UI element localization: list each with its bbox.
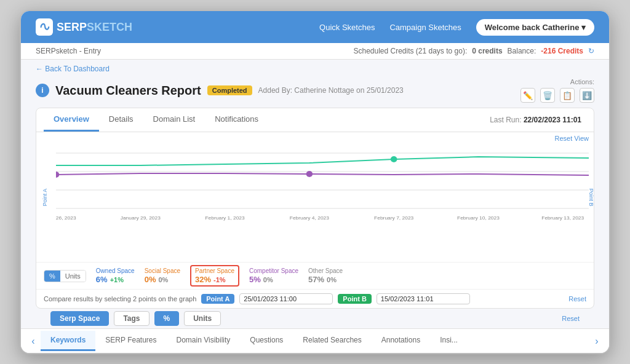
last-run: Last Run: 22/02/2023 11:01 — [490, 116, 586, 124]
credits-value: 0 credits — [472, 47, 502, 55]
legend-owned-space: Owned Space 6% +1% — [96, 267, 135, 284]
bottom-toolbar: Serp Space Tags % Units Reset — [36, 309, 594, 328]
chart-card: Overview Details Domain List Notificatio… — [36, 108, 594, 309]
owned-space-label: Owned Space — [96, 267, 135, 274]
quick-sketches-link[interactable]: Quick Sketches — [319, 23, 375, 32]
point-a-date-input[interactable] — [239, 293, 333, 304]
refresh-icon[interactable]: ↻ — [588, 47, 594, 55]
tab-details[interactable]: Details — [99, 108, 143, 132]
main-header: SERPSKETCH Quick Sketches Campaign Sketc… — [21, 11, 609, 43]
svg-text:February 4, 2023: February 4, 2023 — [290, 215, 330, 221]
competitor-space-value: 5% 0% — [249, 275, 298, 284]
legend-other-space: Other Space 57% 0% — [308, 267, 343, 284]
tab-annotations[interactable]: Annotations — [372, 331, 430, 351]
svg-text:February 7, 2023: February 7, 2023 — [374, 215, 414, 221]
balance-value: -216 Credits — [541, 47, 583, 55]
units-btn[interactable]: Units — [184, 311, 221, 326]
svg-point-8 — [391, 156, 397, 162]
chart-legend: % Units Owned Space 6% +1% Social Space — [36, 262, 594, 289]
tab-notifications[interactable]: Notifications — [205, 108, 268, 132]
added-by: Added By: Catherine Nottage on 25/01/202… — [258, 86, 404, 95]
report-title-row: i Vacuum Cleaners Report Completed Added… — [36, 84, 404, 98]
reset-view-link[interactable]: Reset View — [555, 135, 589, 142]
tab-domain-visibility[interactable]: Domain Visibility — [167, 331, 241, 351]
point-b-label: Point B — [588, 188, 594, 206]
compare-row: Compare results by selecting 2 points on… — [36, 289, 594, 308]
units-toggle-btn[interactable]: Units — [60, 271, 86, 282]
compare-reset-link[interactable]: Reset — [568, 295, 586, 303]
welcome-button[interactable]: Welcome back Catherine ▾ — [476, 19, 594, 36]
percent-toggle-btn[interactable]: % — [44, 271, 60, 282]
serp-space-btn[interactable]: Serp Space — [50, 311, 109, 326]
delete-icon[interactable]: 🗑️ — [540, 88, 555, 103]
actions-area: Actions: ✏️ 🗑️ 📋 ⬇️ — [520, 78, 594, 103]
percent-btn[interactable]: % — [154, 311, 180, 326]
tab-serp-features[interactable]: SERP Features — [95, 331, 166, 351]
report-header: i Vacuum Cleaners Report Completed Added… — [36, 78, 594, 103]
tab-keywords[interactable]: Keywords — [41, 331, 95, 351]
point-b-badge: Point B — [338, 294, 372, 304]
competitor-space-label: Competitor Space — [249, 267, 298, 274]
point-b-date-input[interactable] — [377, 293, 470, 304]
scheduled-credits-label: Scheduled Credits (21 days to go): — [353, 47, 467, 55]
social-space-value: 0% 0% — [145, 275, 180, 284]
tab-overview[interactable]: Overview — [44, 108, 99, 132]
legend-social-space: Social Space 0% 0% — [145, 267, 180, 284]
point-a-label: Point A — [42, 188, 48, 206]
logo-icon — [36, 18, 53, 36]
legend-partner-space: Partner Space 32% -1% — [190, 265, 239, 287]
tab-insights[interactable]: Insi... — [430, 331, 468, 351]
back-link[interactable]: ← Back To Dashboard — [36, 65, 594, 73]
partner-space-delta: -1% — [213, 276, 226, 283]
download-icon[interactable]: ⬇️ — [580, 88, 594, 103]
owned-space-value: 6% +1% — [96, 275, 135, 284]
other-space-label: Other Space — [308, 267, 343, 274]
svg-text:February 13, 2023: February 13, 2023 — [541, 215, 584, 221]
actions-label: Actions: — [570, 78, 594, 85]
tabs-right-arrow[interactable]: › — [589, 334, 604, 349]
chart-tabs: Overview Details Domain List Notificatio… — [36, 108, 594, 132]
sub-header: SERPsketch - Entry Scheduled Credits (21… — [21, 43, 609, 60]
tab-questions[interactable]: Questions — [240, 331, 293, 351]
report-icon: i — [36, 84, 49, 97]
svg-text:January 26, 2023: January 26, 2023 — [56, 215, 76, 221]
tabs-left-arrow[interactable]: ‹ — [26, 334, 41, 349]
main-content: ← Back To Dashboard i Vacuum Cleaners Re… — [21, 60, 609, 328]
tab-related-searches[interactable]: Related Searches — [293, 331, 371, 351]
bottom-tabs-list: Keywords SERP Features Domain Visibility… — [41, 331, 589, 351]
svg-point-9 — [56, 172, 59, 178]
svg-text:January 29, 2023: January 29, 2023 — [121, 215, 161, 221]
copy-icon[interactable]: 📋 — [560, 88, 575, 103]
logo: SERPSKETCH — [36, 18, 132, 36]
other-space-value: 57% 0% — [308, 275, 343, 284]
status-badge: Completed — [207, 85, 252, 95]
social-space-delta: 0% — [158, 276, 168, 283]
compare-label: Compare results by selecting 2 points on… — [44, 295, 196, 303]
chart-tabs-left: Overview Details Domain List Notificatio… — [44, 108, 268, 132]
other-space-delta: 0% — [327, 276, 337, 283]
edit-icon[interactable]: ✏️ — [520, 88, 535, 103]
competitor-space-delta: 0% — [263, 276, 273, 283]
partner-space-label: Partner Space — [195, 267, 234, 274]
chart-area: Reset View Point A Point B 0% — [36, 132, 594, 262]
svg-point-10 — [306, 171, 313, 177]
tab-domain-list[interactable]: Domain List — [143, 108, 205, 132]
point-a-badge: Point A — [201, 294, 234, 304]
header-nav: Quick Sketches Campaign Sketches Welcome… — [319, 19, 594, 36]
campaign-sketches-link[interactable]: Campaign Sketches — [389, 23, 461, 32]
credits-info: Scheduled Credits (21 days to go): 0 cre… — [353, 47, 594, 55]
chart-svg: 0% 2% 4% 6% — [56, 135, 589, 227]
breadcrumb: SERPsketch - Entry — [36, 47, 101, 55]
svg-text:February 1, 2023: February 1, 2023 — [205, 215, 245, 221]
legend-competitor-space: Competitor Space 5% 0% — [249, 267, 298, 284]
action-icons: ✏️ 🗑️ 📋 ⬇️ — [520, 88, 594, 103]
owned-space-delta: +1% — [110, 276, 124, 283]
social-space-label: Social Space — [145, 267, 180, 274]
report-title: Vacuum Cleaners Report — [55, 84, 201, 98]
legend-toggle[interactable]: % Units — [44, 270, 86, 282]
partner-space-value: 32% -1% — [195, 275, 234, 284]
tags-btn[interactable]: Tags — [114, 311, 149, 326]
logo-text: SERPSKETCH — [57, 21, 132, 34]
bottom-tabs: ‹ Keywords SERP Features Domain Visibili… — [21, 328, 609, 353]
toolbar-reset-link[interactable]: Reset — [562, 315, 580, 322]
